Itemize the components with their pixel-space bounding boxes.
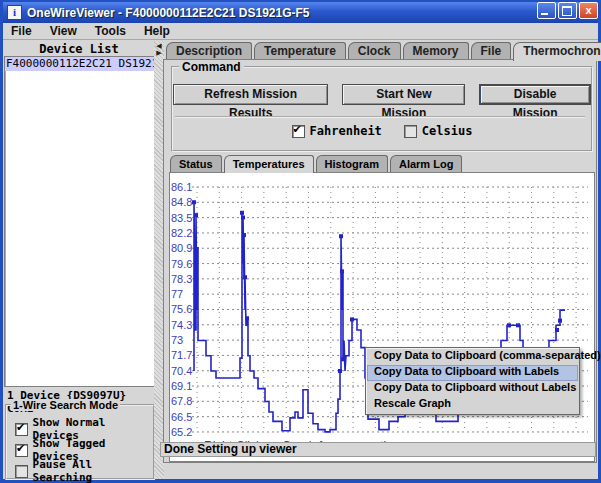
menu-help[interactable]: Help (144, 24, 170, 39)
tab-histogram[interactable]: Histogram (316, 155, 388, 172)
svg-text:73: 73 (171, 334, 183, 346)
svg-text:83.5: 83.5 (171, 212, 192, 224)
celsius-checkbox[interactable] (404, 125, 417, 138)
minimize-button[interactable] (537, 2, 556, 19)
svg-text:75.6: 75.6 (171, 303, 192, 315)
command-divider (175, 116, 585, 118)
app-icon: i (7, 5, 22, 20)
svg-text:84.8: 84.8 (171, 196, 192, 208)
tab-temperatures[interactable]: Temperatures (224, 155, 314, 173)
tab-memory[interactable]: Memory (403, 42, 469, 60)
svg-text:82.2: 82.2 (171, 227, 192, 239)
celsius-option[interactable]: Celsius (404, 124, 473, 138)
tab-description[interactable]: Description (166, 42, 252, 60)
tab-clock[interactable]: Clock (348, 42, 401, 60)
maximize-button[interactable] (558, 2, 577, 19)
graph-context-menu: Copy Data to Clipboard (comma-separated)… (365, 347, 580, 415)
menu-bar: File View Tools Help (3, 24, 598, 40)
title-bar[interactable]: i OneWireViewer - F4000000112E2C21 DS192… (3, 2, 598, 23)
device-list[interactable]: F4000000112E2C21 DS1921G-F5 (4, 56, 155, 387)
window-title: OneWireViewer - F4000000112E2C21 DS1921G… (27, 6, 310, 20)
fahrenheit-checkbox[interactable]: ✔ (292, 125, 305, 138)
check-icon: ✔ (16, 442, 25, 455)
tab-file[interactable]: File (471, 42, 512, 60)
result-tabs: Status Temperatures Histogram Alarm Log (170, 155, 462, 173)
svg-text:69.1: 69.1 (171, 380, 192, 392)
svg-text:79.6: 79.6 (171, 258, 192, 270)
menu-item-copy-with-labels[interactable]: Copy Data to Clipboard with Labels (367, 365, 578, 381)
temperature-chart[interactable]: 86.184.883.582.280.979.678.37775.674.373… (170, 173, 592, 459)
close-button[interactable]: x (579, 2, 598, 19)
menu-item-rescale-graph[interactable]: Rescale Graph (367, 397, 578, 413)
app-window: i OneWireViewer - F4000000112E2C21 DS192… (0, 0, 601, 483)
svg-text:74.3: 74.3 (171, 319, 192, 331)
svg-text:70.4: 70.4 (171, 365, 192, 377)
svg-text:65.2: 65.2 (171, 426, 192, 438)
menu-item-copy-comma-separated[interactable]: Copy Data to Clipboard (comma-separated) (367, 349, 578, 365)
svg-text:67.8: 67.8 (171, 395, 192, 407)
svg-text:86.1: 86.1 (171, 181, 192, 193)
refresh-mission-results-button[interactable]: Refresh Mission Results (173, 84, 328, 105)
show-normal-devices-checkbox[interactable]: ✔ (15, 423, 28, 436)
svg-text:80.9: 80.9 (171, 242, 192, 254)
svg-text:66.5: 66.5 (171, 411, 192, 423)
search-mode-group: 1-Wire Search Mode ✔ Show Normal Devices… (5, 404, 155, 480)
check-icon: ✔ (16, 421, 25, 434)
temperature-graph-panel[interactable]: 86.184.883.582.280.979.678.37775.674.373… (169, 172, 595, 462)
fahrenheit-option[interactable]: ✔ Fahrenheit (292, 124, 382, 138)
svg-text:78.3: 78.3 (171, 273, 192, 285)
disable-mission-button[interactable]: Disable Mission (479, 84, 591, 105)
start-new-mission-button[interactable]: Start New Mission (342, 84, 465, 105)
celsius-label: Celsius (422, 124, 473, 138)
device-list-item[interactable]: F4000000112E2C21 DS1921G-F5 (5, 57, 154, 71)
pause-all-searching-checkbox[interactable] (15, 465, 28, 478)
tab-alarm-log[interactable]: Alarm Log (390, 155, 462, 172)
svg-text:77: 77 (171, 288, 183, 300)
device-list-header: Device List (4, 42, 154, 56)
pause-all-searching-option[interactable]: Pause All Searching (15, 458, 153, 483)
close-icon: x (585, 4, 591, 16)
command-group: Command Refresh Mission Results Start Ne… (171, 66, 593, 152)
show-tagged-devices-checkbox[interactable]: ✔ (15, 444, 28, 457)
svg-text:71.7: 71.7 (171, 349, 192, 361)
tab-temperature[interactable]: Temperature (254, 42, 346, 60)
menu-file[interactable]: File (11, 24, 32, 39)
tab-status[interactable]: Status (170, 155, 222, 172)
check-icon: ✔ (293, 123, 302, 136)
menu-item-copy-without-labels[interactable]: Copy Data to Clipboard without Labels (367, 381, 578, 397)
menu-tools[interactable]: Tools (95, 24, 126, 39)
search-mode-title: 1-Wire Search Mode (11, 399, 120, 411)
fahrenheit-label: Fahrenheit (310, 124, 382, 138)
command-group-title: Command (179, 60, 244, 74)
pause-all-searching-label: Pause All Searching (33, 458, 153, 483)
status-bar: Done Setting up viewer (160, 442, 596, 457)
menu-view[interactable]: View (50, 24, 77, 39)
tab-thermochron[interactable]: Thermochron (513, 42, 601, 61)
